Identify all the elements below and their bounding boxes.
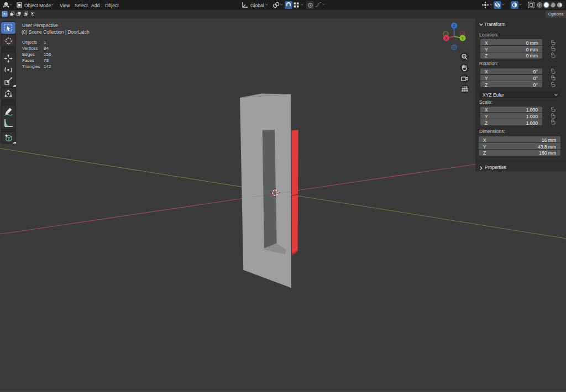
svg-text:Y: Y bbox=[462, 36, 464, 40]
svg-text:Z: Z bbox=[453, 24, 455, 28]
svg-text:X: X bbox=[445, 36, 448, 40]
